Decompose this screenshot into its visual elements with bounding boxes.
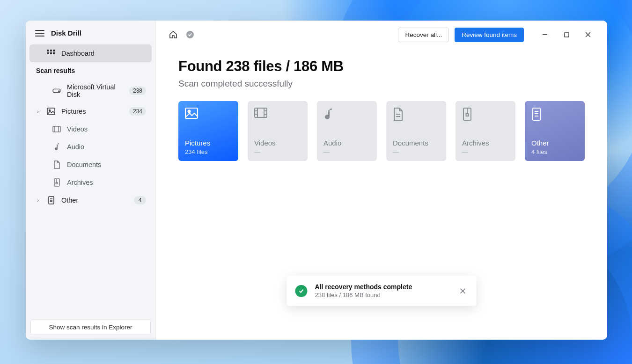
svg-rect-24 xyxy=(185,108,198,118)
category-card-pictures[interactable]: Pictures234 files xyxy=(178,101,238,161)
svg-point-25 xyxy=(188,110,191,113)
sidebar-item-disk[interactable]: Microsoft Virtual Disk 238 xyxy=(29,79,152,102)
document-icon xyxy=(52,160,61,169)
chevron-right-icon: › xyxy=(35,197,41,203)
svg-rect-21 xyxy=(565,33,569,37)
svg-rect-9 xyxy=(53,126,60,132)
sidebar-item-videos[interactable]: Videos xyxy=(29,120,152,138)
svg-rect-2 xyxy=(53,50,55,51)
svg-rect-37 xyxy=(466,114,469,116)
sidebar-item-label: Pictures xyxy=(61,108,124,115)
close-button[interactable] xyxy=(577,27,599,42)
toast-close-button[interactable] xyxy=(458,286,468,296)
recover-all-button[interactable]: Recover all... xyxy=(398,28,449,42)
sidebar-item-label: Other xyxy=(61,197,128,204)
document-icon xyxy=(393,108,406,121)
sidebar-section-title: Scan results xyxy=(29,62,152,79)
sidebar-item-label: Archives xyxy=(67,179,146,186)
card-title: Audio xyxy=(323,139,370,147)
count-badge: 234 xyxy=(129,107,146,116)
card-subtitle: — xyxy=(254,148,301,155)
app-window: Disk Drill Dashboard Scan results Micros… xyxy=(26,21,607,340)
file-icon xyxy=(46,196,56,205)
video-icon xyxy=(52,124,61,134)
sidebar-item-dashboard[interactable]: Dashboard xyxy=(29,44,152,62)
category-cards: Pictures234 filesVideos—Audio—Documents—… xyxy=(178,101,585,161)
page-subtitle: Scan completed successfully xyxy=(178,79,585,89)
archive-icon xyxy=(462,108,475,121)
toast-title: All recovery methods complete xyxy=(315,283,450,291)
home-icon[interactable] xyxy=(169,30,177,39)
picture-icon xyxy=(46,107,56,116)
chevron-right-icon: › xyxy=(35,109,41,114)
svg-rect-0 xyxy=(47,50,49,51)
svg-rect-14 xyxy=(56,182,58,184)
menu-icon[interactable] xyxy=(35,30,44,36)
sidebar: Disk Drill Dashboard Scan results Micros… xyxy=(26,21,156,340)
grid-icon xyxy=(46,49,56,58)
page-title: Found 238 files / 186 MB xyxy=(178,58,585,75)
video-icon xyxy=(254,108,267,121)
shield-check-icon[interactable] xyxy=(186,30,194,39)
category-card-videos[interactable]: Videos— xyxy=(248,101,308,161)
main-content: Recover all... Review found items Found … xyxy=(156,21,607,340)
sidebar-item-pictures[interactable]: › Pictures 234 xyxy=(29,102,152,120)
svg-rect-26 xyxy=(255,108,267,117)
minimize-button[interactable] xyxy=(534,27,556,42)
check-icon xyxy=(295,285,308,297)
disk-icon xyxy=(52,86,61,95)
app-title: Disk Drill xyxy=(51,29,81,37)
archive-icon xyxy=(52,178,61,187)
window-controls xyxy=(534,27,599,42)
toast-subtitle: 238 files / 186 MB found xyxy=(315,291,450,298)
svg-rect-4 xyxy=(50,52,52,54)
completion-toast: All recovery methods complete 238 files … xyxy=(287,276,477,306)
category-card-documents[interactable]: Documents— xyxy=(386,101,446,161)
topbar: Recover all... Review found items xyxy=(156,21,607,47)
show-in-explorer-button[interactable]: Show scan results in Explorer xyxy=(30,320,151,335)
sidebar-item-audio[interactable]: Audio xyxy=(29,138,152,156)
review-found-items-button[interactable]: Review found items xyxy=(455,28,524,42)
svg-point-6 xyxy=(59,91,59,92)
category-card-audio[interactable]: Audio— xyxy=(317,101,377,161)
card-subtitle: — xyxy=(323,148,370,155)
audio-icon xyxy=(52,142,61,152)
card-title: Pictures xyxy=(185,139,232,147)
card-title: Other xyxy=(531,139,578,147)
sidebar-item-other[interactable]: › Other 4 xyxy=(29,191,152,209)
sidebar-item-archives[interactable]: Archives xyxy=(29,174,152,191)
card-subtitle: 234 files xyxy=(185,148,232,155)
count-badge: 4 xyxy=(134,196,146,204)
svg-rect-7 xyxy=(47,108,55,115)
svg-rect-3 xyxy=(47,52,49,54)
card-title: Videos xyxy=(254,139,301,147)
sidebar-item-label: Audio xyxy=(67,143,146,151)
sidebar-item-documents[interactable]: Documents xyxy=(29,156,152,174)
svg-point-19 xyxy=(186,31,194,38)
card-subtitle: — xyxy=(462,148,509,155)
card-title: Archives xyxy=(462,139,509,147)
category-card-archives[interactable]: Archives— xyxy=(456,101,515,161)
other-icon xyxy=(531,108,544,121)
card-subtitle: — xyxy=(393,148,440,155)
picture-icon xyxy=(185,108,198,121)
audio-icon xyxy=(323,108,337,121)
sidebar-item-label: Videos xyxy=(67,125,146,133)
sidebar-item-label: Documents xyxy=(67,161,146,168)
count-badge: 238 xyxy=(129,87,146,95)
category-card-other[interactable]: Other4 files xyxy=(525,101,585,161)
sidebar-item-label: Dashboard xyxy=(61,50,146,57)
sidebar-item-label: Microsoft Virtual Disk xyxy=(67,83,124,98)
card-subtitle: 4 files xyxy=(531,148,578,155)
card-title: Documents xyxy=(393,139,440,147)
svg-rect-1 xyxy=(50,50,52,51)
maximize-button[interactable] xyxy=(556,27,577,42)
svg-rect-5 xyxy=(53,52,55,54)
